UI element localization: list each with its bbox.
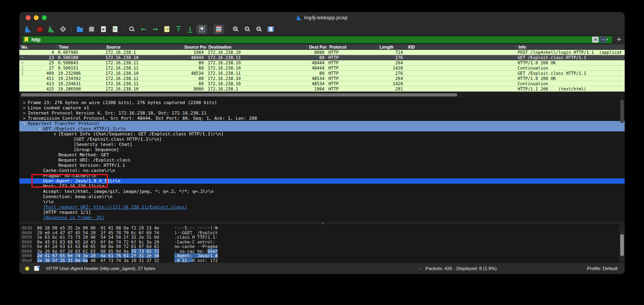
column-header-dest[interactable]: Destination	[206, 44, 307, 49]
detail-scrollbar-thumb[interactable]	[620, 100, 624, 123]
filter-clear-button[interactable]: ×	[592, 37, 599, 43]
hscrollbar-thumb[interactable]	[21, 93, 457, 96]
tree-caret-icon[interactable]: ∨	[23, 121, 28, 126]
detail-row[interactable]: [Response in frame: 25]	[19, 215, 625, 220]
detail-row[interactable]: User-Agent: Java/1.8.0_51\r\n	[19, 178, 625, 184]
detail-row[interactable]: Host: 172.16.238.11\r\n	[19, 184, 625, 189]
detail-row[interactable]: Connection: keep-alive\r\n	[19, 194, 625, 199]
detail-row[interactable]: >Transmission Control Protocol, Src Port…	[19, 116, 625, 121]
tree-caret-icon[interactable]: >	[23, 100, 28, 105]
go-first-button[interactable]	[173, 25, 184, 34]
wireshark-fin-button[interactable]	[23, 25, 33, 34]
colorize-button[interactable]	[213, 25, 224, 34]
go-forward-button[interactable]	[150, 25, 161, 34]
packet-row[interactable]: │270.509151172.16.238.1180172.16.238.104…	[19, 66, 625, 71]
hex-scrollbar[interactable]	[619, 225, 625, 262]
detail-row[interactable]: >Internet Protocol Version 4, Src: 172.1…	[19, 111, 625, 116]
packet-row[interactable]: —230.506180172.16.238.1048444172.16.238.…	[19, 55, 625, 60]
filter-bookmark-icon[interactable]	[25, 37, 28, 42]
detail-row[interactable]: [HTTP request 1/1]	[19, 210, 625, 215]
column-header-dport[interactable]: Dest Port	[307, 44, 327, 49]
tree-caret-icon[interactable]: >	[23, 105, 28, 111]
detail-row[interactable]: \r\n	[19, 199, 625, 205]
packet-row[interactable]: 41119.234392172.16.238.1180172.16.238.10…	[19, 76, 625, 81]
minimize-window-button[interactable]	[34, 15, 39, 20]
column-header-sport[interactable]: Source Port	[182, 44, 206, 49]
tree-caret-icon[interactable]: >	[23, 116, 28, 121]
restart-capture-button[interactable]	[46, 25, 57, 34]
status-profile[interactable]: Profile: Default	[587, 266, 617, 271]
cell-dest: 172.16.238.10	[206, 76, 307, 81]
zoom-out-button[interactable]	[242, 25, 253, 34]
packet-row[interactable]: │40919.232986172.16.238.1048534172.16.23…	[19, 71, 625, 76]
packet-row[interactable]: 42519.286500172.16.238.108080172.16.238.…	[19, 86, 625, 92]
detail-row[interactable]: >Frame 23: 276 bytes on wire (2208 bits)…	[19, 100, 625, 105]
column-header-proto[interactable]: Protocol	[327, 44, 377, 49]
display-filter-input[interactable]: http × → ▾	[23, 36, 612, 43]
column-header-source[interactable]: Source	[104, 44, 182, 49]
detail-row[interactable]: >Linux cooked capture v1	[19, 105, 625, 111]
tree-caret-icon[interactable]: ∨	[38, 126, 43, 131]
close-file-button[interactable]	[98, 25, 109, 34]
reload-file-button[interactable]	[109, 25, 120, 34]
filter-dropdown-caret[interactable]: ▾	[606, 38, 610, 41]
tree-caret-icon[interactable]: ∨	[54, 131, 58, 137]
zoom-in-button[interactable]	[230, 25, 241, 34]
column-header-info[interactable]: Info	[516, 44, 625, 49]
packet-list-hscrollbar[interactable]	[19, 92, 625, 98]
cell-info: Continuation	[516, 81, 625, 86]
hex-row[interactable]: 0080 3a 20 6e 6f 2d 63 61 63 68 65 0d 0a…	[19, 249, 625, 254]
detail-row[interactable]: [Severity level: Chat]	[19, 142, 625, 147]
hex-row[interactable]: 0090 2d 41 67 65 6e 74 3a 20 4a 61 76 61…	[19, 253, 625, 258]
detail-row[interactable]: Pragma: no-cache\r\n	[19, 173, 625, 178]
detail-row[interactable]: Accept: text/html, image/gif, image/jpeg…	[19, 189, 625, 194]
hex-row[interactable]: 0030 80 18 00 e5 35 2e 00 00 01 01 08 0a…	[19, 225, 625, 230]
close-window-button[interactable]	[26, 15, 31, 20]
hex-scrollbar-thumb[interactable]	[620, 234, 624, 256]
save-file-button[interactable]	[86, 25, 97, 34]
resize-columns-button[interactable]	[265, 25, 276, 34]
column-header-length[interactable]: Length	[377, 44, 405, 49]
packet-row[interactable]: 40.007985172.16.238.11984172.16.238.1080…	[19, 50, 625, 55]
toolbar-separator	[71, 26, 72, 33]
detail-row[interactable]: [Full request URI: http://172.16.238.11/…	[19, 205, 625, 210]
detail-row[interactable]: ∨GET /Exploit.class HTTP/1.1\r\n	[19, 126, 625, 131]
go-last-icon	[188, 26, 192, 33]
stop-capture-button[interactable]	[34, 25, 45, 34]
column-header-time[interactable]: Time	[56, 44, 104, 49]
hex-row[interactable]: 0050 2e 63 6c 61 73 73 20 48 54 54 50 2f…	[19, 235, 625, 239]
detail-row[interactable]: Request Method: GET	[19, 152, 625, 158]
pane-splitter[interactable]	[19, 221, 625, 225]
packet-number: 411	[25, 76, 56, 81]
filter-add-button[interactable]: +	[616, 37, 621, 43]
hex-row[interactable]: 0060 0a 43 61 63 68 65 2d 43 6f 6e 74 72…	[19, 239, 625, 244]
capture-comment-icon[interactable]	[34, 266, 39, 271]
hex-row[interactable]: 0040 29 e0 c4 47 47 45 54 20 2f 45 78 70…	[19, 230, 625, 235]
traffic-lights	[26, 15, 47, 20]
packet-row[interactable]: ←250.508843172.16.238.1180172.16.238.104…	[19, 60, 625, 66]
zoom-reset-button[interactable]	[254, 25, 264, 34]
detail-row[interactable]: [Group: Sequence]	[19, 147, 625, 152]
filter-apply-button[interactable]: →	[600, 37, 606, 43]
detail-row[interactable]: Request Version: HTTP/1.1	[19, 163, 625, 168]
find-packet-button[interactable]	[126, 25, 137, 34]
column-header-xid[interactable]: XID	[405, 44, 516, 49]
hex-row[interactable]: 0070 6e 6f 2d 63 61 63 68 65 0d 0a 50 72…	[19, 244, 625, 249]
go-to-packet-button[interactable]	[161, 25, 172, 34]
go-back-button[interactable]	[138, 25, 149, 34]
detail-row[interactable]: Request URI: /Exploit.class	[19, 158, 625, 163]
expert-info-icon[interactable]	[25, 266, 29, 271]
hex-row[interactable]: 00a0 2e 30 5f 35 31 0d 0a 48 6f 73 74 3a…	[19, 258, 625, 263]
capture-options-button[interactable]	[58, 25, 68, 34]
auto-scroll-button[interactable]	[196, 25, 207, 34]
tree-caret-icon[interactable]: >	[23, 111, 28, 116]
go-last-button[interactable]	[185, 25, 196, 34]
detail-row[interactable]: Cache-Control: no-cache\r\n	[19, 168, 625, 173]
column-header-no[interactable]: No.	[19, 44, 56, 49]
detail-row[interactable]: ∨[Expert Info (Chat/Sequence): GET /Expl…	[19, 131, 625, 137]
detail-row[interactable]: [GET /Exploit.class HTTP/1.1\r\n]	[19, 137, 625, 142]
open-file-button[interactable]	[74, 25, 85, 34]
detail-row[interactable]: ∨Hypertext Transfer Protocol	[19, 121, 625, 126]
maximize-window-button[interactable]	[42, 15, 47, 20]
packet-row[interactable]: 41319.234631172.16.238.1180172.16.238.10…	[19, 81, 625, 86]
